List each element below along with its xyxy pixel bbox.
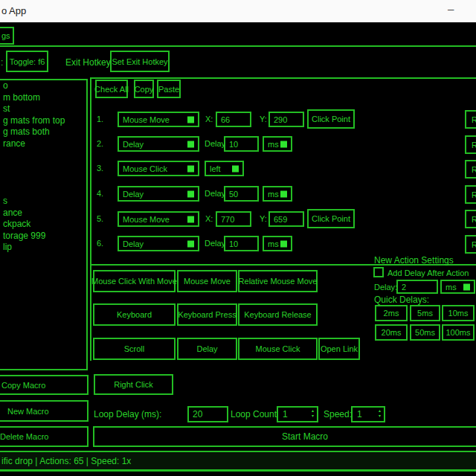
- list-item[interactable]: rance: [0, 138, 86, 150]
- action-number: 3.: [97, 164, 103, 173]
- list-item[interactable]: [0, 161, 86, 173]
- title-bar: o App –: [0, 0, 476, 22]
- scroll-button[interactable]: Scroll: [93, 338, 176, 360]
- remove-button[interactable]: R: [465, 235, 476, 254]
- delay-input[interactable]: 10: [224, 136, 259, 152]
- new-action-settings-title: New Action Settings: [374, 255, 454, 266]
- loop-delay-label: Loop Delay (ms):: [94, 409, 161, 419]
- y-input[interactable]: 290: [268, 112, 304, 127]
- click-point-button[interactable]: Click Point: [307, 109, 355, 129]
- remove-button[interactable]: R: [465, 185, 476, 204]
- loop-count-label: Loop Count:: [231, 409, 279, 419]
- list-item[interactable]: g mats from top: [0, 115, 86, 127]
- action-type-dropdown[interactable]: Mouse Move: [118, 112, 199, 127]
- dropdown-square-icon: [187, 240, 194, 247]
- list-item[interactable]: o: [0, 80, 86, 92]
- start-macro-button[interactable]: Start Macro: [93, 426, 476, 447]
- x-input[interactable]: 770: [216, 211, 251, 227]
- delay-label: Delay: [205, 239, 225, 248]
- mouse-click-with-move-button[interactable]: Mouse Click With Move: [93, 270, 176, 292]
- spinner-arrows-icon[interactable]: ▴▾: [312, 408, 314, 419]
- unit-dropdown[interactable]: ms: [263, 236, 292, 251]
- delay-input[interactable]: 10: [224, 236, 259, 251]
- list-item[interactable]: st: [0, 103, 86, 115]
- speed-label: Speed:: [324, 409, 352, 419]
- list-item[interactable]: torage 999: [0, 231, 86, 242]
- copy-macro-button[interactable]: Copy Macro: [0, 375, 89, 395]
- action-type-dropdown[interactable]: Delay: [118, 136, 199, 152]
- dropdown-square-icon: [280, 190, 287, 197]
- remove-button[interactable]: R: [465, 110, 476, 129]
- new-macro-button[interactable]: New Macro: [0, 400, 89, 422]
- quick-delay-20ms-button[interactable]: 20ms: [375, 324, 408, 341]
- list-item[interactable]: lip: [0, 242, 86, 254]
- settings-delay-input[interactable]: 2: [396, 280, 438, 294]
- menu-item-settings[interactable]: gs: [0, 27, 14, 45]
- add-delay-label: Add Delay After Action: [387, 268, 469, 277]
- list-item[interactable]: [0, 184, 86, 196]
- quick-delay-5ms-button[interactable]: 5ms: [410, 305, 440, 321]
- right-click-button[interactable]: Right Click: [94, 374, 173, 395]
- action-type-dropdown[interactable]: Delay: [118, 186, 199, 202]
- check-all-button[interactable]: Check All: [95, 80, 128, 98]
- status-text: ific drop | Actions: 65 | Speed: 1x: [0, 456, 131, 466]
- action-type-dropdown[interactable]: Mouse Click: [118, 161, 199, 176]
- loop-delay-input[interactable]: 20: [187, 406, 228, 422]
- copy-button[interactable]: Copy: [134, 80, 154, 98]
- exit-hotkey-label: Exit Hotkey:: [65, 57, 113, 68]
- delay-button[interactable]: Delay: [177, 338, 237, 360]
- list-item[interactable]: g mats both: [0, 126, 86, 138]
- dropdown-square-icon: [280, 141, 287, 147]
- paste-button[interactable]: Paste: [157, 80, 181, 98]
- list-item[interactable]: ckpack: [0, 219, 86, 231]
- delete-macro-button[interactable]: Delete Macro: [0, 426, 89, 447]
- list-item[interactable]: m bottom: [0, 92, 86, 104]
- action-type-dropdown[interactable]: Delay: [118, 236, 199, 251]
- add-delay-checkbox[interactable]: [373, 267, 384, 277]
- list-item[interactable]: [0, 173, 86, 184]
- y-input[interactable]: 659: [268, 211, 304, 227]
- remove-button[interactable]: R: [465, 135, 476, 154]
- list-item[interactable]: ance: [0, 208, 86, 219]
- dropdown-square-icon: [463, 283, 470, 290]
- x-label: X:: [205, 214, 213, 223]
- remove-button[interactable]: R: [465, 210, 476, 228]
- dropdown-square-icon: [187, 116, 194, 123]
- hotkey-cut-label: :: [1, 57, 3, 68]
- quick-delay-100ms-button[interactable]: 100ms: [442, 324, 475, 341]
- quick-delay-10ms-button[interactable]: 10ms: [442, 305, 475, 321]
- action-type-dropdown[interactable]: Mouse Move: [118, 211, 199, 227]
- keyboard-button[interactable]: Keyboard: [93, 303, 176, 326]
- spinner-arrows-icon[interactable]: ▴▾: [379, 408, 381, 419]
- x-input[interactable]: 66: [216, 112, 251, 127]
- keyboard-press-button[interactable]: Keyboard Press: [177, 303, 237, 326]
- unit-dropdown[interactable]: ms: [263, 186, 292, 202]
- loop-count-stepper[interactable]: 1 ▴▾: [277, 406, 318, 422]
- macro-listbox[interactable]: o m bottom st g mats from top g mats bot…: [0, 79, 88, 370]
- y-label: Y:: [260, 214, 267, 223]
- quick-delay-2ms-button[interactable]: 2ms: [375, 305, 408, 321]
- click-point-button[interactable]: Click Point: [307, 209, 355, 228]
- mouse-click-button[interactable]: Mouse Click: [238, 338, 318, 360]
- status-bar: ific drop | Actions: 65 | Speed: 1x: [0, 451, 476, 472]
- quick-delay-50ms-button[interactable]: 50ms: [410, 324, 440, 341]
- toggle-hotkey-button[interactable]: Toggle: f6: [6, 51, 48, 72]
- unit-dropdown[interactable]: ms: [263, 136, 292, 152]
- x-label: X:: [205, 115, 213, 123]
- mouse-button-dropdown[interactable]: left: [205, 161, 244, 176]
- relative-mouse-move-button[interactable]: Relative Mouse Move: [238, 270, 318, 292]
- speed-stepper[interactable]: 1 ▴▾: [351, 406, 385, 422]
- list-item[interactable]: s: [0, 196, 86, 208]
- remove-button[interactable]: R: [465, 160, 476, 178]
- open-link-button[interactable]: Open Link: [318, 338, 360, 360]
- delay-input[interactable]: 50: [224, 186, 259, 202]
- mouse-move-button[interactable]: Mouse Move: [177, 270, 237, 292]
- delay-label: Delay: [205, 189, 225, 198]
- set-exit-hotkey-button[interactable]: Set Exit Hotkey: [110, 51, 170, 72]
- keyboard-release-button[interactable]: Keyboard Release: [238, 303, 318, 326]
- settings-unit-dropdown[interactable]: ms: [440, 280, 475, 294]
- minimize-icon[interactable]: –: [448, 2, 454, 15]
- delay-label: Delay: [205, 139, 225, 148]
- menu-separator: [0, 45, 476, 47]
- list-item[interactable]: [0, 149, 86, 161]
